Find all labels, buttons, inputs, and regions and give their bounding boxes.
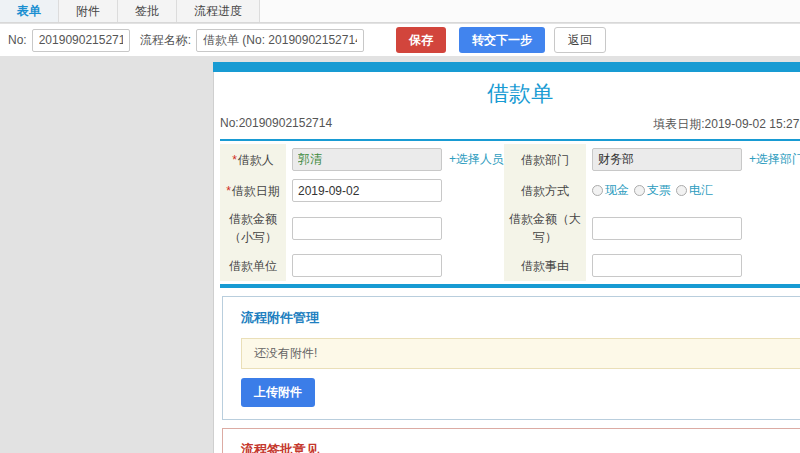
save-button[interactable]: 保存: [396, 27, 446, 53]
loan-reason-label: 借款事由: [504, 250, 586, 281]
tab-form[interactable]: 表单: [0, 0, 59, 22]
loan-method-label: 借款方式: [504, 175, 586, 206]
loan-method-field: 现金 支票 电汇: [586, 175, 800, 206]
borrower-input[interactable]: [292, 148, 442, 171]
form-meta-row: No:20190902152714 填表日期:2019-09-02 15:27:…: [220, 113, 800, 141]
process-name-label: 流程名称:: [140, 32, 191, 49]
tab-form-label: 表单: [17, 3, 41, 20]
tab-progress-label: 流程进度: [194, 3, 242, 20]
amount-uppercase-input[interactable]: [592, 217, 742, 240]
amount-lowercase-field: [286, 206, 504, 250]
loan-reason-label-text: 借款事由: [521, 257, 569, 275]
loan-date-label: * 借款日期: [220, 175, 286, 206]
no-label: No:: [8, 33, 27, 47]
form-bottom-accent-bar: [220, 284, 800, 288]
radio-circle-icon: [634, 185, 645, 196]
radio-circle-icon: [676, 185, 687, 196]
attachments-heading: 流程附件管理: [241, 309, 800, 327]
tab-attachments-label: 附件: [76, 3, 100, 20]
amount-lowercase-label: 借款金额（小写）: [220, 206, 286, 250]
radio-check[interactable]: 支票: [634, 182, 671, 199]
loan-unit-field: [286, 250, 504, 281]
department-label: 借款部门: [504, 144, 586, 175]
page-title: 借款单: [220, 79, 800, 109]
radio-wire[interactable]: 电汇: [676, 182, 713, 199]
radio-cash-label: 现金: [605, 182, 629, 199]
loan-reason-field: [586, 250, 800, 281]
borrower-field: +选择人员: [286, 144, 504, 175]
tab-attachments[interactable]: 附件: [59, 0, 118, 22]
approval-heading: 流程签批意见: [241, 441, 800, 453]
borrower-label: * 借款人: [220, 144, 286, 175]
panel-top-accent-bar: [213, 62, 800, 72]
required-mark: *: [232, 151, 237, 169]
amount-uppercase-label-text: 借款金额（大写）: [509, 210, 581, 246]
loan-form-table: * 借款人 +选择人员 借款部门 +选择部门 * 借款日期: [220, 144, 800, 281]
amount-lowercase-label-text: 借款金额（小写）: [225, 210, 281, 246]
borrower-label-text: 借款人: [238, 151, 274, 169]
select-department-link[interactable]: +选择部门: [749, 151, 800, 168]
form-no-text: No:20190902152714: [220, 116, 332, 133]
action-toolbar: No: 流程名称: 保存 转交下一步 返回: [0, 24, 800, 57]
loan-date-input[interactable]: [292, 179, 442, 202]
loan-date-label-text: 借款日期: [232, 182, 280, 200]
forward-next-step-button[interactable]: 转交下一步: [459, 27, 545, 53]
loan-unit-label: 借款单位: [220, 250, 286, 281]
tab-progress[interactable]: 流程进度: [177, 0, 260, 22]
no-input[interactable]: [32, 29, 130, 52]
radio-circle-icon: [592, 185, 603, 196]
back-button[interactable]: 返回: [554, 27, 606, 53]
department-field: +选择部门: [586, 144, 800, 175]
amount-uppercase-field: [586, 206, 800, 250]
tab-bar: 表单 附件 签批 流程进度: [0, 0, 800, 23]
department-label-text: 借款部门: [521, 151, 569, 169]
form-panel: 借款单 No:20190902152714 填表日期:2019-09-02 15…: [213, 62, 800, 453]
loan-reason-input[interactable]: [592, 254, 742, 277]
loan-date-field: [286, 175, 504, 206]
radio-cash[interactable]: 现金: [592, 182, 629, 199]
process-name-input[interactable]: [196, 29, 364, 52]
loan-unit-input[interactable]: [292, 254, 442, 277]
amount-lowercase-input[interactable]: [292, 217, 442, 240]
select-person-link[interactable]: +选择人员: [449, 151, 504, 168]
upload-attachment-button[interactable]: 上传附件: [241, 378, 315, 407]
tab-approval-label: 签批: [135, 3, 159, 20]
loan-method-label-text: 借款方式: [521, 182, 569, 200]
required-mark: *: [226, 182, 231, 200]
department-input[interactable]: [592, 148, 742, 171]
tab-approval[interactable]: 签批: [118, 0, 177, 22]
radio-check-label: 支票: [647, 182, 671, 199]
loan-unit-label-text: 借款单位: [229, 257, 277, 275]
no-attachments-message: 还没有附件!: [241, 338, 800, 369]
approval-section: 流程签批意见 B I abc ⚑: [222, 428, 800, 453]
form-date-text: 填表日期:2019-09-02 15:27:14: [653, 116, 800, 133]
radio-wire-label: 电汇: [689, 182, 713, 199]
amount-uppercase-label: 借款金额（大写）: [504, 206, 586, 250]
attachments-section: 流程附件管理 还没有附件! 上传附件: [222, 296, 800, 420]
